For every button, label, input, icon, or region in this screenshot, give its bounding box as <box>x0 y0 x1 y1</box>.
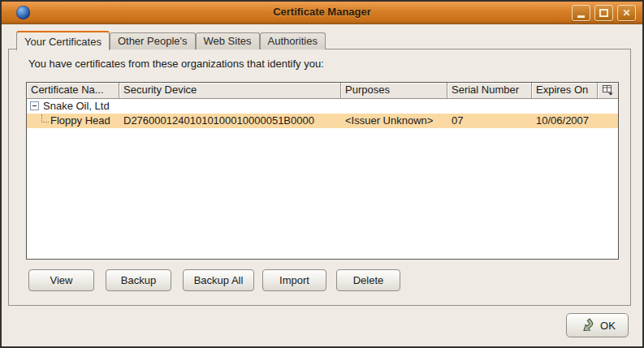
minimize-button[interactable] <box>572 5 590 21</box>
ok-button-label: OK <box>600 320 616 332</box>
cell-serial-number: 07 <box>452 114 463 128</box>
backup-all-button[interactable]: Backup All <box>183 269 254 291</box>
window-controls: ✕ <box>572 5 636 21</box>
cell-expires-on: 10/06/2007 <box>536 114 589 128</box>
column-picker-button[interactable] <box>598 83 618 99</box>
column-header-purposes[interactable]: Purposes <box>341 83 447 99</box>
group-name: Snake Oil, Ltd <box>43 100 110 112</box>
column-header-security-device[interactable]: Security Device <box>119 83 341 99</box>
maximize-button[interactable] <box>594 5 613 21</box>
window-title: Certificate Manager <box>2 6 642 18</box>
tab-web-sites[interactable]: Web Sites <box>196 32 260 49</box>
cell-security-device: D27600012401010100010000051B0000 <box>123 114 314 128</box>
ok-enter-arrow-icon <box>579 317 597 333</box>
table-header: Certificate Na... Security Device Purpos… <box>27 83 618 99</box>
tree-row-snake-oil[interactable]: Snake Oil, Ltd <box>27 99 618 114</box>
certificate-manager-window: Certificate Manager ✕ Your Certificates … <box>0 0 644 348</box>
collapse-expander-icon[interactable] <box>30 101 39 110</box>
close-icon: ✕ <box>622 8 630 18</box>
close-button[interactable]: ✕ <box>617 5 636 21</box>
titlebar[interactable]: Certificate Manager ✕ <box>2 2 642 24</box>
tab-authorities[interactable]: Authorities <box>260 32 326 49</box>
tab-your-certificates[interactable]: Your Certificates <box>16 31 110 50</box>
minimize-icon <box>577 15 585 18</box>
tab-bar: Your Certificates Other People's Web Sit… <box>16 31 326 49</box>
view-button[interactable]: View <box>28 269 94 291</box>
certificates-table: Certificate Na... Security Device Purpos… <box>26 82 619 260</box>
delete-button[interactable]: Delete <box>336 269 400 291</box>
tree-row-floppy-head[interactable]: Floppy Head D27600012401010100010000051B… <box>27 114 618 128</box>
tree-elbow-icon <box>41 114 49 122</box>
backup-button[interactable]: Backup <box>106 269 171 291</box>
description-text: You have certificates from these organiz… <box>28 58 324 70</box>
column-header-expires-on[interactable]: Expires On <box>532 83 598 99</box>
tab-other-peoples[interactable]: Other People's <box>110 32 196 49</box>
cell-purposes: <Issuer Unknown> <box>345 114 433 128</box>
ok-button[interactable]: OK <box>566 313 629 337</box>
cell-certificate-name: Floppy Head <box>41 114 110 128</box>
maximize-icon <box>599 9 608 17</box>
import-button[interactable]: Import <box>262 269 326 291</box>
column-header-serial-number[interactable]: Serial Number <box>447 83 532 99</box>
column-header-certificate-name[interactable]: Certificate Na... <box>27 83 119 99</box>
column-picker-icon <box>603 85 614 96</box>
